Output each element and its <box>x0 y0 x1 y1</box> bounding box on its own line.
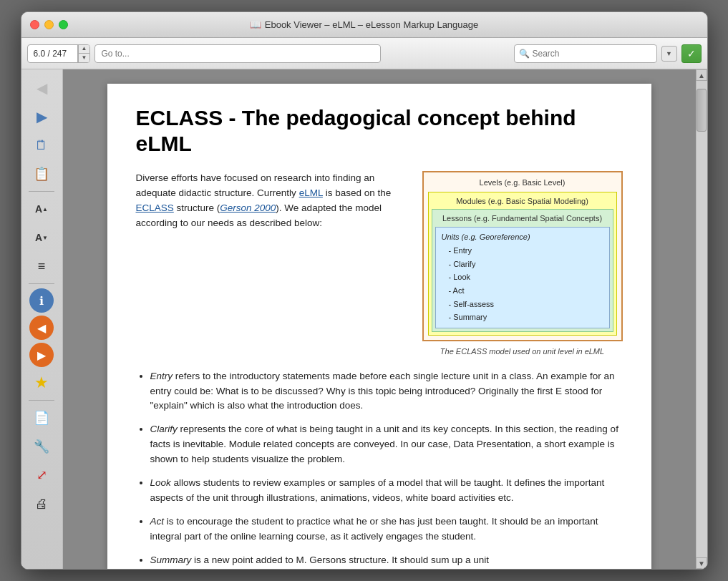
goto-input[interactable] <box>94 44 381 63</box>
page-stepper[interactable]: ▲ ▼ <box>78 45 90 62</box>
diagram-units: Units (e.g. Georeference) - Entry - Clar… <box>435 227 610 329</box>
divider-3 <box>29 400 54 401</box>
notes-button[interactable]: 📋 <box>26 161 57 187</box>
term-entry: Entry <box>150 371 173 381</box>
bullet-list: Entry refers to the introductory stateme… <box>136 369 623 568</box>
diagram-modules: Modules (e.g. Basic Spatial Modeling) Le… <box>428 192 617 336</box>
search-icon: 🔍 <box>519 49 530 59</box>
page-nav: 6.0 / 247 ▲ ▼ <box>27 44 91 63</box>
page-display: 6.0 / 247 <box>28 45 78 62</box>
eclass-link[interactable]: ECLASS <box>136 202 174 213</box>
app-window: 📖 Ebook Viewer – eLML – eLesson Markup L… <box>21 11 708 570</box>
unit-item-act: - Act <box>449 284 603 298</box>
toc-button[interactable]: 🗒 <box>26 132 57 158</box>
search-box: 🔍 <box>514 44 657 63</box>
term-look: Look <box>150 477 171 488</box>
scrollbar-thumb[interactable] <box>697 89 707 132</box>
diagram-units-label: Units (e.g. Georeference) <box>442 231 603 243</box>
list-button[interactable]: ≡ <box>26 253 57 279</box>
scrollbar-track <box>697 82 707 557</box>
search-input[interactable] <box>533 49 633 59</box>
list-item: Summary is a new point added to M. Gerso… <box>150 553 623 568</box>
next-chapter-button[interactable]: ▶ <box>29 343 54 367</box>
page-title: ECLASS - The pedagogical concept behind … <box>136 105 623 157</box>
left-sidebar: ◀ ▶ 🗒 📋 A▲ A▼ ≡ ℹ ◀ ▶ ★ 📄 🔧 ⤢ 🖨 <box>21 69 63 569</box>
list-item: Clarify represents the core of what is b… <box>150 422 623 467</box>
window-title: 📖 Ebook Viewer – eLML – eLesson Markup L… <box>250 19 478 30</box>
diagram-modules-label: Modules (e.g. Basic Spatial Modeling) <box>432 195 613 208</box>
intro-text: Diverse efforts have focused on research… <box>136 171 408 358</box>
term-clarify: Clarify <box>150 424 178 434</box>
toolbar: 6.0 / 247 ▲ ▼ 🔍 ▼ ✓ <box>21 38 707 69</box>
unit-item-summary: - Summary <box>449 311 603 324</box>
forward-button[interactable]: ▶ <box>26 104 57 130</box>
unit-item-look: - Look <box>449 270 603 284</box>
unit-item-selfassess: - Self-assess <box>449 298 603 311</box>
scroll-down-button[interactable]: ▼ <box>696 557 707 569</box>
font-decrease-button[interactable]: A▼ <box>26 225 57 250</box>
bookmark-button[interactable]: ★ <box>26 370 57 396</box>
diagram-lessons-label: Lessons (e.g. Fundamental Spatial Concep… <box>435 213 610 225</box>
diagram-box: Levels (e.g. Basic Level) Modules (e.g. … <box>422 171 623 358</box>
traffic-lights <box>30 20 68 29</box>
elml-link[interactable]: eLML <box>299 187 323 198</box>
search-dropdown-button[interactable]: ▼ <box>661 46 677 62</box>
title-icon: 📖 <box>250 19 261 30</box>
outline-button[interactable]: 📄 <box>26 405 57 431</box>
maximize-button[interactable] <box>59 20 68 29</box>
term-summary: Summary <box>150 555 192 565</box>
content-layout: Diverse efforts have focused on research… <box>136 171 623 358</box>
print-button[interactable]: 🖨 <box>26 491 57 517</box>
scroll-up-button[interactable]: ▲ <box>696 69 707 81</box>
unit-item-entry: - Entry <box>449 244 603 258</box>
font-increase-button[interactable]: A▲ <box>26 196 57 222</box>
page-area: ECLASS - The pedagogical concept behind … <box>63 69 696 569</box>
unit-item-clarify: - Clarify <box>449 258 603 271</box>
page-up-button[interactable]: ▲ <box>78 45 90 54</box>
term-act: Act <box>150 516 165 527</box>
right-scrollbar: ▲ ▼ <box>696 69 707 569</box>
list-item: Look allows students to review examples … <box>150 476 623 506</box>
list-item: Entry refers to the introductory stateme… <box>150 369 623 414</box>
gerson-link[interactable]: Gerson 2000 <box>220 202 276 213</box>
diagram-caption: The ECLASS model used on unit level in e… <box>422 346 623 358</box>
page-content: ECLASS - The pedagogical concept behind … <box>107 84 651 569</box>
diagram-unit-items: - Entry - Clarify - Look - Act - Self-as… <box>442 244 603 324</box>
close-button[interactable] <box>30 20 39 29</box>
prev-chapter-button[interactable]: ◀ <box>29 316 54 340</box>
divider-2 <box>29 283 54 284</box>
search-go-button[interactable]: ✓ <box>681 44 702 63</box>
titlebar: 📖 Ebook Viewer – eLML – eLesson Markup L… <box>21 12 707 38</box>
diagram-level-label: Levels (e.g. Basic Level) <box>428 177 617 189</box>
info-button[interactable]: ℹ <box>29 288 54 313</box>
divider-1 <box>29 191 54 192</box>
main-content: ◀ ▶ 🗒 📋 A▲ A▼ ≡ ℹ ◀ ▶ ★ 📄 🔧 ⤢ 🖨 ECLASS -… <box>21 69 707 569</box>
list-item: Act is to encourage the student to pract… <box>150 514 623 545</box>
eclass-diagram: Levels (e.g. Basic Level) Modules (e.g. … <box>422 171 623 341</box>
tools-button[interactable]: 🔧 <box>26 434 57 459</box>
page-down-button[interactable]: ▼ <box>78 54 90 62</box>
back-button[interactable]: ◀ <box>26 75 57 101</box>
diagram-lessons: Lessons (e.g. Fundamental Spatial Concep… <box>432 209 613 332</box>
minimize-button[interactable] <box>44 20 54 29</box>
zoom-button[interactable]: ⤢ <box>26 462 57 488</box>
